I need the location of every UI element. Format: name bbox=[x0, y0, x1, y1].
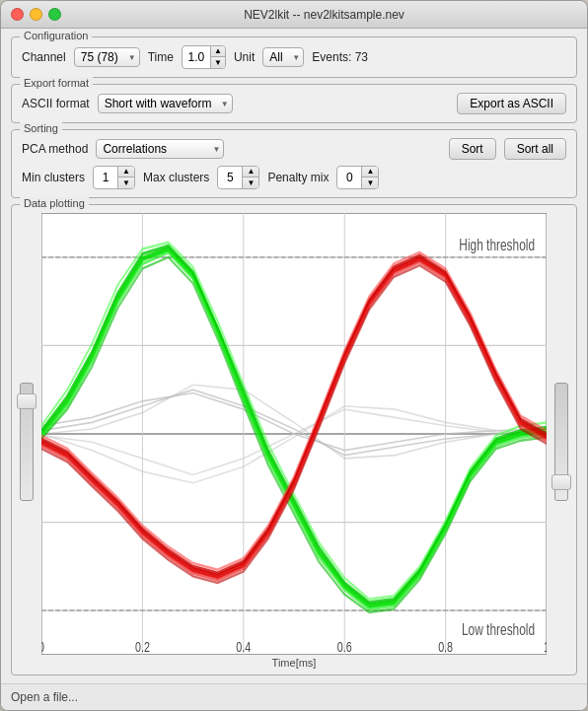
window-title: NEV2lkit -- nev2lkitsample.nev bbox=[71, 8, 577, 22]
max-clusters-label: Max clusters bbox=[143, 171, 209, 184]
time-spinner: 1.0 ▲ ▼ bbox=[182, 45, 226, 69]
svg-text:1: 1 bbox=[544, 638, 547, 655]
left-slider-area bbox=[16, 213, 37, 671]
penalty-value: 0 bbox=[337, 169, 361, 186]
x-axis-label: Time[ms] bbox=[41, 657, 547, 669]
sorting-row2: Min clusters 1 ▲ ▼ Max clusters 5 ▲ ▼ bbox=[22, 166, 566, 189]
left-slider-thumb[interactable] bbox=[17, 393, 37, 409]
channel-select-wrap: 75 (78) bbox=[74, 47, 140, 67]
time-value: 1.0 bbox=[183, 48, 210, 66]
max-clusters-spinner: 5 ▲ ▼ bbox=[217, 166, 259, 189]
svg-text:0.4: 0.4 bbox=[236, 638, 251, 655]
left-slider-track[interactable] bbox=[20, 383, 34, 501]
events-label: Events: 73 bbox=[312, 50, 368, 64]
low-threshold-text: Low threshold bbox=[462, 620, 535, 638]
right-slider-track[interactable] bbox=[554, 383, 568, 501]
titlebar: NEV2lkit -- nev2lkitsample.nev bbox=[1, 1, 587, 29]
penalty-down[interactable]: ▼ bbox=[362, 178, 378, 188]
min-clusters-up[interactable]: ▲ bbox=[118, 167, 134, 178]
sorting-row1: PCA method Correlations PCA None Sort So… bbox=[22, 138, 566, 160]
export-format-group: Export format ASCII format Short with wa… bbox=[11, 84, 577, 123]
penalty-up[interactable]: ▲ bbox=[362, 167, 378, 178]
channel-label: Channel bbox=[22, 50, 66, 64]
sort-button[interactable]: Sort bbox=[449, 138, 496, 160]
configuration-row: Channel 75 (78) Time 1.0 ▲ ▼ Unit bbox=[22, 45, 566, 69]
data-plotting-group: Data plotting bbox=[11, 204, 577, 675]
penalty-spinner: 0 ▲ ▼ bbox=[336, 166, 379, 189]
penalty-buttons: ▲ ▼ bbox=[361, 167, 378, 188]
min-clusters-spinner: 1 ▲ ▼ bbox=[93, 166, 135, 189]
main-window: NEV2lkit -- nev2lkitsample.nev Configura… bbox=[0, 0, 588, 711]
sort-all-button[interactable]: Sort all bbox=[504, 138, 566, 160]
min-clusters-buttons: ▲ ▼ bbox=[117, 167, 134, 188]
svg-text:0.2: 0.2 bbox=[135, 638, 150, 655]
high-threshold-text: High threshold bbox=[459, 236, 535, 253]
maximize-button[interactable] bbox=[48, 8, 61, 21]
export-ascii-button[interactable]: Export as ASCII bbox=[457, 93, 566, 114]
unit-select[interactable]: All 1 2 3 bbox=[262, 47, 304, 67]
export-format-label: Export format bbox=[20, 77, 93, 89]
pca-select[interactable]: Correlations PCA None bbox=[96, 139, 224, 159]
min-clusters-value: 1 bbox=[94, 169, 117, 186]
svg-text:0.8: 0.8 bbox=[438, 638, 453, 655]
format-select[interactable]: Short with waveform Short Full bbox=[98, 94, 233, 113]
time-down-button[interactable]: ▼ bbox=[211, 57, 225, 68]
svg-text:0: 0 bbox=[41, 638, 44, 655]
format-select-wrap: Short with waveform Short Full bbox=[98, 94, 233, 113]
svg-text:0.6: 0.6 bbox=[337, 638, 352, 655]
traffic-lights bbox=[11, 8, 61, 21]
time-buttons: ▲ ▼ bbox=[210, 46, 225, 68]
max-clusters-up[interactable]: ▲ bbox=[243, 167, 258, 178]
content-area: Configuration Channel 75 (78) Time 1.0 ▲… bbox=[1, 29, 587, 683]
chart-container: High threshold Low threshold 200 100 0 -… bbox=[16, 213, 572, 671]
penalty-label: Penalty mix bbox=[267, 171, 329, 184]
right-slider-thumb[interactable] bbox=[551, 474, 571, 490]
time-label: Time bbox=[148, 50, 174, 64]
unit-select-wrap: All 1 2 3 bbox=[262, 47, 304, 67]
configuration-label: Configuration bbox=[20, 30, 92, 41]
export-row: ASCII format Short with waveform Short F… bbox=[22, 93, 566, 114]
right-slider-area bbox=[551, 213, 572, 671]
unit-label: Unit bbox=[234, 50, 255, 64]
status-text: Open a file... bbox=[11, 690, 78, 704]
minimize-button[interactable] bbox=[30, 8, 42, 21]
pca-method-label: PCA method bbox=[22, 142, 88, 156]
max-clusters-buttons: ▲ ▼ bbox=[242, 167, 258, 188]
configuration-group: Configuration Channel 75 (78) Time 1.0 ▲… bbox=[11, 36, 577, 78]
min-clusters-label: Min clusters bbox=[22, 171, 85, 184]
channel-select[interactable]: 75 (78) bbox=[74, 47, 140, 67]
waveform-chart[interactable]: High threshold Low threshold 200 100 0 -… bbox=[41, 213, 547, 655]
max-clusters-down[interactable]: ▼ bbox=[243, 178, 258, 188]
statusbar: Open a file... bbox=[1, 683, 587, 710]
sorting-label: Sorting bbox=[20, 122, 62, 134]
sorting-group: Sorting PCA method Correlations PCA None… bbox=[11, 129, 577, 198]
chart-wrap: High threshold Low threshold 200 100 0 -… bbox=[41, 213, 547, 671]
close-button[interactable] bbox=[11, 8, 24, 21]
data-plotting-label: Data plotting bbox=[20, 197, 89, 209]
pca-select-wrap: Correlations PCA None bbox=[96, 139, 224, 159]
ascii-format-label: ASCII format bbox=[22, 97, 90, 110]
max-clusters-value: 5 bbox=[218, 169, 242, 186]
min-clusters-down[interactable]: ▼ bbox=[118, 178, 134, 188]
time-up-button[interactable]: ▲ bbox=[211, 46, 225, 57]
